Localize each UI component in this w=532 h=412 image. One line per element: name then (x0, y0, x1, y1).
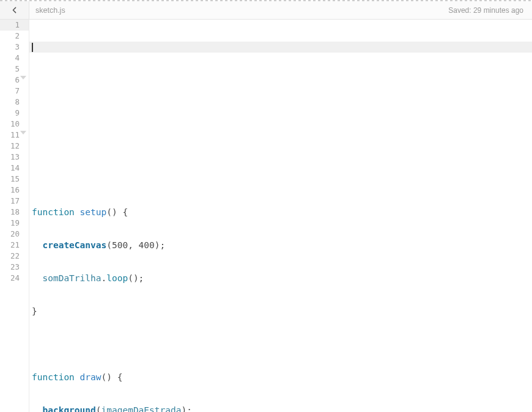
editor-header: sketch.js Saved: 29 minutes ago (0, 1, 532, 20)
code-line[interactable]: createCanvas(500, 400); (29, 240, 532, 251)
code-line[interactable] (29, 141, 532, 152)
line-number: 21 (0, 240, 29, 251)
line-number: 5 (0, 64, 29, 75)
line-number: 19 (0, 218, 29, 229)
code-line[interactable]: function draw() { (29, 372, 532, 383)
line-number: 6 (0, 75, 29, 86)
code-line[interactable] (29, 108, 532, 119)
code-line[interactable] (29, 339, 532, 350)
text-cursor (32, 43, 33, 52)
line-number: 4 (0, 53, 29, 64)
code-line[interactable] (29, 75, 532, 86)
code-line[interactable]: background(imagemDaEstrada); (29, 405, 532, 412)
line-number: 7 (0, 86, 29, 97)
line-number: 18 (0, 207, 29, 218)
line-number: 9 (0, 108, 29, 119)
line-number: 15 (0, 174, 29, 185)
line-number: 2 (0, 31, 29, 42)
code-line[interactable] (29, 174, 532, 185)
line-number: 24 (0, 273, 29, 284)
line-number: 12 (0, 141, 29, 152)
filename-label: sketch.js (29, 6, 65, 15)
line-number: 23 (0, 262, 29, 273)
back-button[interactable] (0, 1, 29, 19)
line-number: 10 (0, 119, 29, 130)
save-status: Saved: 29 minutes ago (448, 6, 523, 15)
line-number: 20 (0, 229, 29, 240)
fold-toggle-icon[interactable] (20, 76, 26, 79)
fold-toggle-icon[interactable] (20, 131, 26, 134)
code-line[interactable]: somDaTrilha.loop(); (29, 273, 532, 284)
code-line[interactable] (29, 42, 532, 53)
code-editor[interactable]: 123456789101112131415161718192021222324 … (0, 20, 532, 412)
line-number: 16 (0, 185, 29, 196)
line-number: 17 (0, 196, 29, 207)
code-area[interactable]: function setup() { createCanvas(500, 400… (29, 20, 532, 412)
line-number: 13 (0, 152, 29, 163)
line-number: 1 (0, 20, 29, 31)
line-number: 22 (0, 251, 29, 262)
line-number-gutter: 123456789101112131415161718192021222324 (0, 20, 29, 412)
line-number: 11 (0, 130, 29, 141)
code-line[interactable]: function setup() { (29, 207, 532, 218)
line-number: 3 (0, 42, 29, 53)
chevron-left-icon (11, 7, 18, 13)
line-number: 14 (0, 163, 29, 174)
code-line[interactable]: } (29, 306, 532, 317)
line-number: 8 (0, 97, 29, 108)
